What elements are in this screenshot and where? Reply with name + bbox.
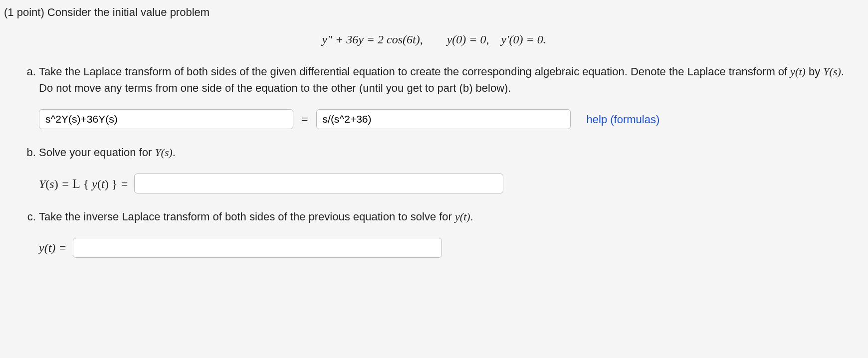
part-b-text: Solve your equation for [39,146,155,159]
math-Ys-b: Y(s) [155,146,172,159]
math-Ys: Y(s) [823,65,841,78]
part-a-input-row: = help (formulas) [39,109,854,129]
part-c: Take the inverse Laplace transform of bo… [39,208,864,258]
part-a-text-2: by [806,65,823,78]
main-equation: y″ + 36y = 2 cos(6t), y(0) = 0, y′(0) = … [4,30,864,48]
part-c-input-row: y(t) = [39,238,854,258]
equals-symbol: = [299,110,310,128]
part-a-lhs-input[interactable] [39,109,293,129]
problem-container: (1 point) Consider the initial value pro… [0,0,868,258]
intro-text: Consider the initial value problem [47,6,210,18]
part-b: Solve your equation for Y(s). Y(s) = L {… [39,144,864,193]
part-b-input[interactable] [134,174,503,193]
part-b-dot: . [173,146,176,159]
points-label: (1 point) [4,6,47,18]
equation-text: y″ + 36y = 2 cos(6t), y(0) = 0, y′(0) = … [322,33,546,46]
math-yt: y(t) [790,65,806,78]
part-b-input-row: Y(s) = L { y(t) } = [39,174,854,193]
part-c-text: Take the inverse Laplace transform of bo… [39,210,455,223]
part-c-label: y(t) = [39,239,67,257]
part-c-input[interactable] [73,238,442,258]
math-yt-c: y(t) [455,210,470,223]
problem-intro: (1 point) Consider the initial value pro… [4,4,864,20]
part-a: Take the Laplace transform of both sides… [39,63,864,129]
parts-list: Take the Laplace transform of both sides… [4,63,864,258]
part-a-text-1: Take the Laplace transform of both sides… [39,65,790,78]
part-a-rhs-input[interactable] [316,109,571,129]
part-b-label: Y(s) = L { y(t) } = [39,174,128,193]
part-c-dot: . [470,210,473,223]
help-formulas-link[interactable]: help (formulas) [587,111,660,128]
